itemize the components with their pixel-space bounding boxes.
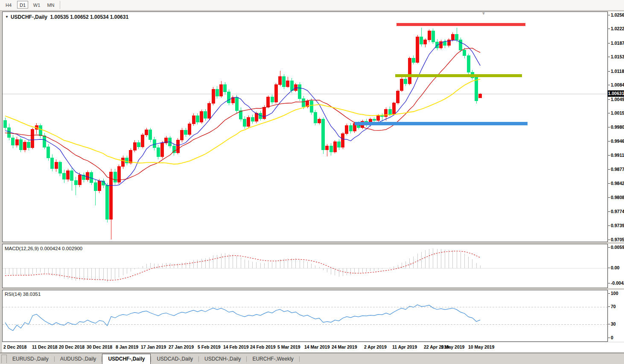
timeframe-button-w1[interactable]: W1 [31, 1, 42, 9]
chart-tab-bar: EURUSD-,DailyAUDUSD-,DailyUSDCHF-,DailyU… [0, 353, 624, 364]
date-axis-label: 30 Dec 2018 [87, 344, 112, 350]
chart-tab-usdcad-daily[interactable]: USDCAD-,Daily [151, 355, 198, 364]
chart-shift-marker-icon[interactable]: ▼ [481, 11, 486, 16]
chart-tab-audusd-daily[interactable]: AUDUSD-,Daily [55, 355, 102, 364]
price-axis-tick [608, 29, 610, 29]
candle-body [326, 146, 329, 150]
candle-body [90, 172, 93, 182]
chart-tab-eurusd-daily[interactable]: EURUSD-,Daily [7, 355, 54, 364]
candle-body [333, 142, 336, 152]
price-axis-label: 1.02560 [611, 12, 624, 17]
timeframe-button-mn[interactable]: MN [45, 1, 56, 9]
candle-body [447, 40, 450, 45]
candle-body [345, 125, 348, 133]
price-axis-label: 0.99110 [611, 153, 624, 158]
candle-body [267, 97, 270, 107]
trading-terminal-window: H4D1W1MN ▼USDCHF-,Daily 1.00535 1.00652 … [0, 0, 624, 364]
candle-body [329, 146, 332, 152]
price-axis-tick [608, 71, 610, 72]
candle-body [74, 180, 77, 185]
date-axis[interactable]: 2 Dec 201811 Dec 201820 Dec 201830 Dec 2… [2, 342, 624, 352]
candle-body [404, 79, 407, 84]
candle-body [322, 119, 325, 150]
price-axis-tick [608, 211, 610, 212]
macd-axis-label: 0.00597 [611, 245, 624, 250]
candle-body [94, 182, 97, 191]
price-axis-tick [608, 183, 610, 184]
chart-tab-usdcnh-daily[interactable]: USDCNH-,Daily [199, 355, 246, 364]
price-chart-plot[interactable] [3, 12, 607, 242]
date-axis-label: 1 May 2019 [441, 344, 464, 350]
candle-body [19, 140, 22, 150]
candle-body [196, 116, 199, 122]
candle-body [392, 103, 395, 115]
macd-axis[interactable]: 0.005970.00-0.00424 [608, 244, 624, 288]
price-axis-label: 1.00490 [611, 97, 624, 102]
price-axis-label: 0.98770 [611, 167, 624, 172]
rsi-plot[interactable] [3, 290, 607, 341]
rsi-panel[interactable] [2, 290, 608, 342]
candle-body [114, 172, 117, 182]
date-axis-label: 11 Dec 2018 [32, 344, 58, 350]
candle-body [67, 170, 70, 179]
ma-slow-line[interactable] [5, 79, 480, 164]
candle-body [200, 112, 203, 122]
timeframe-button-d1[interactable]: D1 [17, 1, 28, 9]
candle-body [188, 124, 191, 134]
candle-body [15, 140, 18, 145]
candle-body [23, 142, 26, 150]
chart-tab-usdchf-daily[interactable]: USDCHF-,Daily [102, 354, 151, 364]
macd-axis-tick [608, 268, 610, 268]
timeframe-toolbar: H4D1W1MN [0, 0, 624, 11]
price-axis-tick [608, 85, 610, 85]
candle-body [385, 109, 388, 116]
support-line-mid[interactable] [395, 74, 522, 77]
tab-separator [299, 356, 300, 362]
price-axis-label: 0.99800 [611, 124, 624, 130]
candle-body [349, 125, 352, 131]
timeframe-button-h4[interactable]: H4 [3, 1, 14, 9]
macd-axis-tick [608, 283, 610, 283]
rsi-axis[interactable]: 10070300 [608, 290, 624, 342]
candle-body [133, 142, 136, 150]
rsi-axis-tick [608, 338, 610, 338]
candle-body [424, 40, 427, 44]
price-axis-tick [608, 141, 610, 142]
candle-body [463, 50, 466, 55]
symbol-dropdown-icon[interactable]: ▼ [5, 15, 9, 19]
price-axis-tick [608, 197, 610, 198]
candle-body [78, 175, 81, 185]
macd-plot[interactable] [3, 244, 607, 288]
date-axis-label: 2 Dec 2018 [3, 344, 26, 350]
price-axis[interactable]: 1.025601.022201.018701.015301.011801.008… [608, 12, 624, 242]
candle-body [400, 79, 403, 91]
rsi-axis-label: 0 [611, 335, 613, 340]
candle-body [4, 121, 7, 127]
date-axis-label: 24 Feb 2019 [250, 344, 276, 350]
macd-panel[interactable] [2, 244, 608, 288]
candle-body [149, 130, 152, 140]
candle-body [412, 58, 415, 63]
support-line-low[interactable] [355, 122, 528, 125]
resistance-line[interactable] [397, 23, 525, 26]
candle-body [294, 85, 297, 90]
ohlc-values: 1.00535 1.00652 1.00534 1.00631 [50, 14, 129, 20]
candle-body [8, 127, 11, 138]
candle-body [432, 31, 434, 42]
price-axis-label: 1.00150 [611, 110, 624, 116]
price-axis-label: 0.97740 [611, 209, 624, 214]
price-chart-panel[interactable] [2, 12, 608, 242]
candle-body [388, 109, 391, 114]
candle-body [137, 142, 140, 147]
candle-body [420, 37, 423, 44]
candle-body [55, 162, 58, 168]
price-axis-label: 1.02220 [611, 26, 624, 31]
current-price-label: 1.00631 [608, 90, 624, 97]
toolbar-separator [60, 1, 60, 9]
chart-tab-eurchf-weekly[interactable]: EURCHF-,Weekly [247, 355, 299, 364]
candle-body [310, 101, 313, 113]
price-axis-label: 0.97390 [611, 223, 624, 228]
macd-axis-label: -0.00424 [611, 280, 624, 286]
candle-body [274, 85, 277, 102]
rsi-label: RSI(14) 38.0351 [5, 292, 41, 297]
